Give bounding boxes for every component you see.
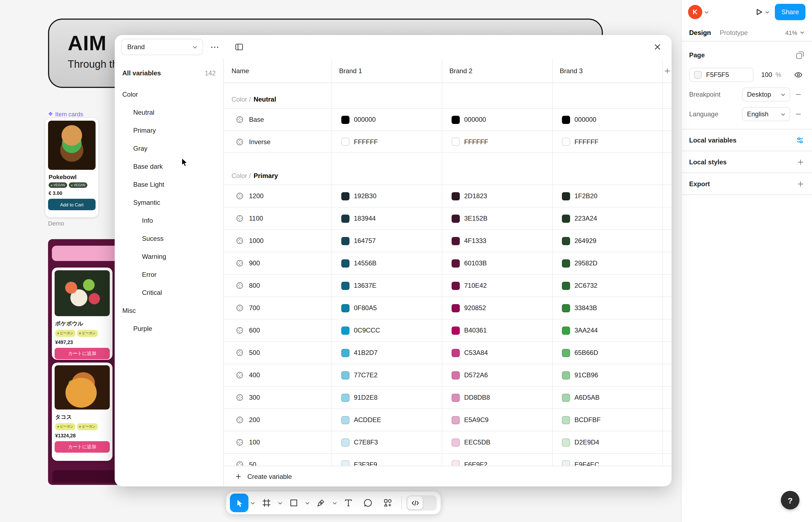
pokebowl-card[interactable]: Pokebowl VEGAN VEGAN € 3.00 Add to Cart [45, 118, 98, 217]
variable-row-1100[interactable]: 11001839443E152B223A24 [224, 207, 672, 229]
variable-value-cell[interactable]: FFFFFF [442, 138, 552, 146]
language-select[interactable]: English [742, 107, 790, 121]
sidebar-item-sucess[interactable]: Sucess [115, 229, 223, 247]
variable-value-cell[interactable]: 91CB96 [552, 371, 663, 379]
variable-row-50[interactable]: 50E3F3F9F6E9F2E9F4EC [224, 453, 672, 466]
variable-value-cell[interactable]: 1F2B20 [552, 192, 663, 200]
item-cards-section-label[interactable]: ❖ Item cards [48, 111, 83, 117]
resources-tool[interactable] [379, 494, 397, 512]
variable-value-cell[interactable]: 4F1333 [442, 237, 552, 245]
variable-name-cell[interactable]: Base [224, 116, 331, 123]
variable-value-cell[interactable]: EEC5DB [442, 438, 552, 446]
variable-row-700[interactable]: 7000F80A592085233843B [224, 297, 672, 319]
move-tool-options[interactable] [249, 494, 256, 512]
account-menu[interactable]: K [688, 5, 709, 19]
toggle-sidebar-button[interactable] [231, 39, 247, 55]
avatar[interactable]: K [688, 5, 702, 19]
variable-value-cell[interactable]: 0C9CCC [331, 326, 442, 335]
variable-value-cell[interactable]: 41B2D7 [331, 349, 442, 357]
variable-value-cell[interactable]: 920852 [442, 304, 552, 312]
variable-value-cell[interactable]: 192B30 [331, 192, 442, 200]
zoom-control[interactable]: 41% [785, 29, 804, 36]
variable-row-200[interactable]: 200ACDDEEE5A9C9BCDFBF [224, 408, 672, 431]
demo-bottom-card[interactable] [53, 470, 119, 483]
add-to-cart-button[interactable]: Add to Cart [48, 199, 96, 210]
present-button[interactable] [755, 8, 764, 16]
sidebar-item-warning[interactable]: Warning [115, 247, 223, 265]
sidebar-item-base-light[interactable]: Base Light [115, 175, 223, 193]
variable-value-cell[interactable]: 710E42 [442, 281, 552, 290]
more-options-button[interactable]: ··· [207, 39, 223, 55]
variable-row-400[interactable]: 40077C7E2D572A691CB96 [224, 364, 672, 386]
variable-value-cell[interactable]: C53A84 [442, 349, 552, 357]
dev-mode-toggle[interactable] [406, 495, 437, 510]
demo-frame-label[interactable]: Demo [48, 220, 64, 227]
page-visibility-button[interactable] [792, 71, 804, 79]
variable-name-cell[interactable]: 50 [224, 461, 331, 466]
variable-row-900[interactable]: 90014556B60103B29582D [224, 252, 672, 274]
breakpoint-select[interactable]: Desktop [742, 87, 790, 102]
remove-breakpoint-button[interactable] [792, 91, 804, 98]
create-variable-button[interactable]: Create variable [235, 473, 292, 480]
frame-tool-options[interactable] [277, 494, 283, 512]
demo-card-tacos[interactable]: タコス ビーガン ビーガン ¥1324,28 カートに追加 [52, 363, 113, 461]
variable-name-cell[interactable]: 500 [224, 349, 331, 357]
sidebar-item-error[interactable]: Error [115, 265, 223, 283]
variable-value-cell[interactable]: 3AA244 [552, 326, 663, 335]
variable-value-cell[interactable]: D572A6 [442, 371, 552, 379]
sidebar-item-color[interactable]: Color [115, 85, 223, 103]
comment-tool[interactable] [359, 494, 377, 512]
variable-value-cell[interactable]: DD8DB8 [442, 394, 552, 402]
variable-row-base[interactable]: Base000000000000000000 [224, 108, 672, 130]
text-tool[interactable] [339, 494, 358, 512]
variable-value-cell[interactable]: BCDFBF [552, 416, 663, 424]
variable-value-cell[interactable]: F6E9F2 [442, 460, 552, 466]
variable-value-cell[interactable]: 3E152B [442, 214, 552, 222]
add-mode-button[interactable] [663, 67, 672, 75]
variable-value-cell[interactable]: ACDDEE [331, 416, 442, 424]
frame-tool[interactable] [257, 494, 276, 512]
variable-name-cell[interactable]: 200 [224, 416, 331, 424]
variable-value-cell[interactable]: 223A24 [552, 214, 663, 222]
variable-value-cell[interactable]: 13637E [331, 281, 442, 290]
local-variables-row[interactable]: Local variables [682, 129, 812, 151]
sidebar-all-variables[interactable]: All variables 142 [115, 64, 223, 82]
variable-value-cell[interactable]: 14556B [331, 259, 442, 267]
sidebar-item-symantic[interactable]: Symantic [115, 193, 223, 211]
variable-value-cell[interactable]: 77C7E2 [331, 371, 442, 379]
variable-value-cell[interactable]: 183944 [331, 214, 442, 222]
variable-row-1000[interactable]: 10001647574F1333264929 [224, 229, 672, 252]
variable-name-cell[interactable]: 1100 [224, 215, 331, 222]
variable-name-cell[interactable]: 300 [224, 394, 331, 401]
variable-value-cell[interactable]: E9F4EC [552, 460, 663, 466]
variable-name-cell[interactable]: 800 [224, 282, 331, 289]
add-to-cart-button-jp[interactable]: カートに追加 [55, 348, 110, 359]
variable-row-300[interactable]: 30091D2E8DD8DB8A6D5AB [224, 386, 672, 408]
local-styles-row[interactable]: Local styles [682, 151, 812, 173]
variable-value-cell[interactable]: E3F3F9 [331, 460, 442, 466]
variable-value-cell[interactable]: 29582D [552, 259, 663, 267]
variable-value-cell[interactable]: 2D1823 [442, 192, 552, 200]
variable-value-cell[interactable]: 000000 [442, 116, 552, 124]
demo-card-pokebowl[interactable]: ポケボウル ビーガン ビーガン ¥497,23 カートに追加 [52, 267, 113, 360]
remove-language-button[interactable] [792, 110, 804, 118]
page-opacity-value[interactable]: 100 [761, 71, 772, 79]
variable-value-cell[interactable]: 164757 [331, 237, 442, 245]
variable-value-cell[interactable]: 000000 [552, 116, 663, 124]
variable-row-inverse[interactable]: InverseFFFFFFFFFFFFFFFFFF [224, 130, 672, 153]
variable-value-cell[interactable]: A6D5AB [552, 394, 663, 402]
export-row[interactable]: Export [682, 173, 812, 195]
collection-dropdown[interactable]: Brand [121, 39, 203, 55]
move-tool[interactable] [230, 494, 248, 512]
pen-tool-options[interactable] [331, 494, 338, 512]
variable-row-600[interactable]: 6000C9CCCB403613AA244 [224, 319, 672, 341]
sidebar-item-neutral[interactable]: Neutral [115, 103, 223, 121]
variable-value-cell[interactable]: 264929 [552, 237, 663, 245]
page-color-field[interactable]: F5F5F5 [689, 68, 754, 82]
variable-row-500[interactable]: 50041B2D7C53A8465B66D [224, 341, 672, 364]
variable-value-cell[interactable]: C7E8F3 [331, 438, 442, 446]
variable-name-cell[interactable]: 1200 [224, 192, 331, 200]
sidebar-item-base-dark[interactable]: Base dark [115, 157, 223, 175]
variable-value-cell[interactable]: 0F80A5 [331, 304, 442, 312]
variable-name-cell[interactable]: 1000 [224, 237, 331, 245]
